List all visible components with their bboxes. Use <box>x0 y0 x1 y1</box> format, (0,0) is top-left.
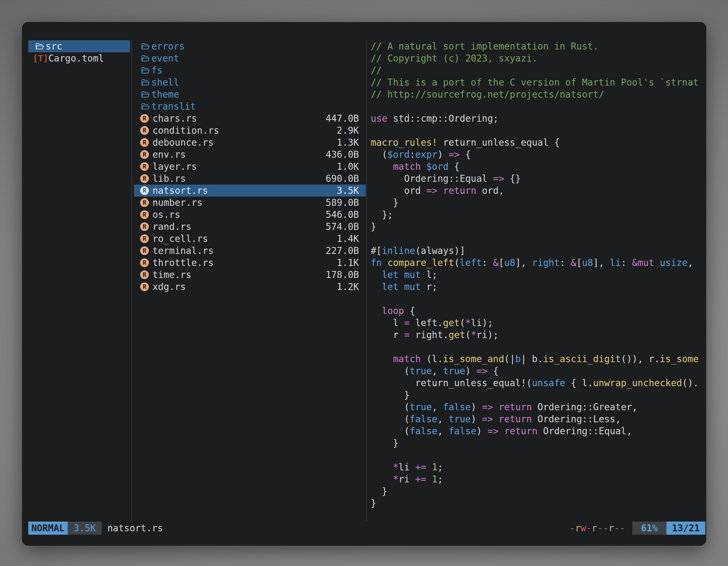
permission-char: - <box>569 523 575 534</box>
file-size: 447.0B <box>326 112 359 125</box>
file-name: env.rs <box>152 149 186 161</box>
code-line: match (l.is_some_and(|b| b.is_ascii_digi… <box>371 353 705 365</box>
current-item-number.rs[interactable]: Rnumber.rs589.0B <box>134 197 366 209</box>
code-line: Ordering::Equal => {} <box>371 173 705 185</box>
code-line: // http://sourcefrog.net/projects/natsor… <box>371 88 705 100</box>
status-file-name: natsort.rs <box>107 522 163 534</box>
file-name: lib.rs <box>152 173 186 185</box>
current-item-natsort.rs[interactable]: Rnatsort.rs3.5K <box>134 185 366 197</box>
permission-char: - <box>614 523 619 534</box>
permission-char: r <box>575 523 581 534</box>
file-name: theme <box>151 88 179 100</box>
file-name: Cargo.toml <box>48 52 104 64</box>
current-item-debounce.rs[interactable]: Rdebounce.rs1.3K <box>134 137 366 149</box>
file-name: ro_cell.rs <box>152 233 208 245</box>
rust-file-icon: R <box>140 114 149 123</box>
code-line: ($ord:expr) => { <box>371 149 705 161</box>
code-line: } <box>371 197 705 209</box>
open-folder-icon <box>140 53 150 64</box>
scroll-percent-chip: 61% <box>632 522 666 535</box>
pane-divider <box>131 40 132 521</box>
code-line: macro_rules! return_unless_equal { <box>371 137 705 149</box>
yazi-window: src[T]Cargo.toml errorseventfsshelltheme… <box>22 22 706 546</box>
file-name: layer.rs <box>152 161 197 173</box>
current-item-event[interactable]: event <box>134 52 366 64</box>
file-name: natsort.rs <box>152 185 208 197</box>
rust-file-icon: R <box>140 186 149 195</box>
preview-pane[interactable]: // A natural sort implementation in Rust… <box>371 40 705 521</box>
code-line <box>371 125 705 137</box>
file-name: terminal.rs <box>152 245 214 257</box>
current-item-fs[interactable]: fs <box>134 64 366 76</box>
rust-file-icon: R <box>140 174 149 183</box>
code-line <box>371 293 705 305</box>
code-line <box>371 233 705 245</box>
open-folder-icon <box>140 41 150 51</box>
code-line <box>371 100 705 112</box>
current-item-ro_cell.rs[interactable]: Rro_cell.rs1.4K <box>134 233 366 245</box>
rust-file-icon: R <box>140 234 149 243</box>
file-name: src <box>46 40 62 52</box>
code-line: // Copyright (c) 2023, sxyazi. <box>371 52 705 64</box>
code-line: l = left.get(*li); <box>371 317 705 329</box>
code-line: return_unless_equal!(unsafe { l.unwrap_u… <box>371 377 705 389</box>
current-item-terminal.rs[interactable]: Rterminal.rs227.0B <box>134 245 366 257</box>
rust-file-icon: R <box>140 210 149 219</box>
rust-file-icon: R <box>140 247 149 255</box>
file-size: 3.5K <box>337 185 359 197</box>
permission-char: - <box>586 523 592 534</box>
file-name: condition.rs <box>152 125 219 137</box>
current-item-rand.rs[interactable]: Rrand.rs574.0B <box>134 221 366 233</box>
code-line: let mut r; <box>371 281 705 293</box>
current-item-lib.rs[interactable]: Rlib.rs690.0B <box>134 173 366 185</box>
desktop-background: src[T]Cargo.toml errorseventfsshelltheme… <box>0 0 728 566</box>
current-item-throttle.rs[interactable]: Rthrottle.rs1.1K <box>134 257 366 269</box>
rust-file-icon: R <box>140 126 149 135</box>
code-line: } <box>371 221 705 233</box>
current-item-os.rs[interactable]: Ros.rs546.0B <box>134 209 366 221</box>
code-line: // This is a port of the C version of Ma… <box>371 76 705 88</box>
file-name: number.rs <box>152 197 203 209</box>
current-item-xdg.rs[interactable]: Rxdg.rs1.2K <box>134 281 366 293</box>
current-item-errors[interactable]: errors <box>134 40 366 52</box>
permission-char: - <box>619 523 625 534</box>
open-folder-icon <box>34 41 44 51</box>
parent-pane[interactable]: src[T]Cargo.toml <box>28 40 130 64</box>
current-pane[interactable]: errorseventfsshellthemetranslitRchars.rs… <box>134 40 366 293</box>
current-item-translit[interactable]: translit <box>134 100 366 112</box>
file-name: rand.rs <box>152 221 191 233</box>
permission-char: r <box>592 523 597 534</box>
code-line: (true, true) => { <box>371 365 705 377</box>
file-size: 589.0B <box>326 197 359 209</box>
code-line: ord => return ord, <box>371 185 705 197</box>
file-name: translit <box>151 100 196 112</box>
code-line: } <box>371 497 705 509</box>
current-item-theme[interactable]: theme <box>134 88 366 100</box>
parent-item-Cargo.toml[interactable]: [T]Cargo.toml <box>28 52 130 64</box>
selected-size-chip: 3.5K <box>68 522 102 535</box>
code-line: #[inline(always)] <box>371 245 705 257</box>
permission-char: - <box>597 523 603 534</box>
current-item-chars.rs[interactable]: Rchars.rs447.0B <box>134 112 366 125</box>
current-item-shell[interactable]: shell <box>134 76 366 88</box>
rust-file-icon: R <box>140 138 149 147</box>
file-size: 546.0B <box>326 209 359 221</box>
status-bar: NORMAL 3.5K natsort.rs -rw-r--r-- 61% 13… <box>28 522 705 535</box>
file-name: throttle.rs <box>152 257 214 269</box>
current-item-layer.rs[interactable]: Rlayer.rs1.0K <box>134 161 366 173</box>
code-line: } <box>371 389 705 401</box>
toml-file-icon: [T] <box>34 52 47 64</box>
code-line: (true, false) => return Ordering::Greate… <box>371 401 705 413</box>
code-line <box>371 449 705 461</box>
file-size: 1.3K <box>337 137 359 149</box>
pane-divider <box>366 40 367 521</box>
parent-item-src[interactable]: src <box>28 40 130 52</box>
current-item-env.rs[interactable]: Renv.rs436.0B <box>134 149 366 161</box>
code-line: } <box>371 437 705 449</box>
permission-char: r <box>608 523 614 534</box>
current-item-condition.rs[interactable]: Rcondition.rs2.9K <box>134 125 366 137</box>
code-line: *ri += 1; <box>371 473 705 485</box>
code-line: // <box>371 64 705 76</box>
file-name: xdg.rs <box>152 281 186 293</box>
current-item-time.rs[interactable]: Rtime.rs178.0B <box>134 269 366 281</box>
